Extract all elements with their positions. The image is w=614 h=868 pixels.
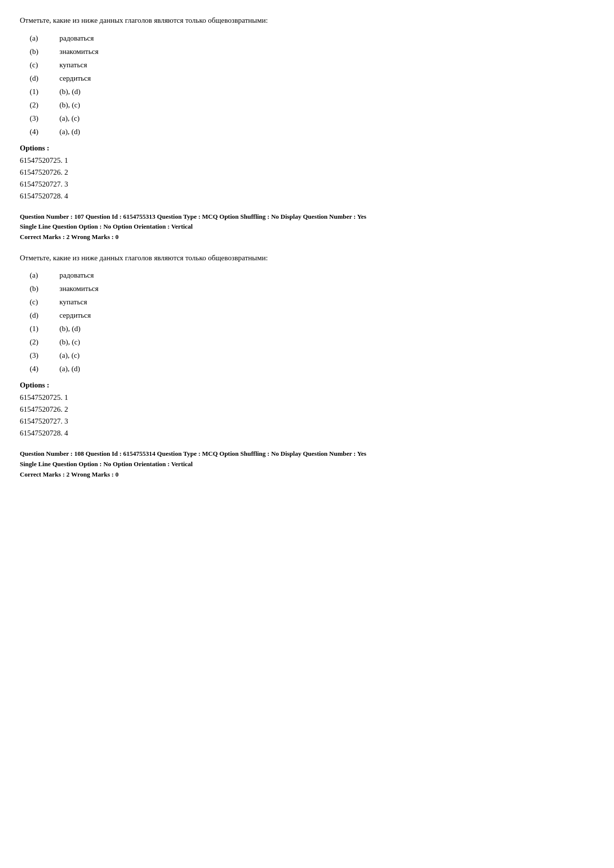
- option-value-107-b: знакомиться: [59, 285, 99, 293]
- options-section-first: Options : 61547520725. 1 61547520726. 2 …: [20, 144, 594, 202]
- option-row-107-d: (d) сердиться: [30, 311, 594, 320]
- option-label-d: (d): [30, 74, 59, 83]
- option-line-1: 61547520725. 1: [20, 154, 594, 166]
- meta-line1-108: Question Number : 108 Question Id : 6154…: [20, 449, 594, 459]
- meta-line3-107: Correct Marks : 2 Wrong Marks : 0: [20, 232, 594, 242]
- option-row-3: (3) (a), (c): [30, 114, 594, 123]
- option-row-b: (b) знакомиться: [30, 48, 594, 56]
- options-section-107: Options : 61547520725. 1 61547520726. 2 …: [20, 381, 594, 439]
- meta-line3-108: Correct Marks : 2 Wrong Marks : 0: [20, 470, 594, 480]
- option-label-107-a: (a): [30, 271, 59, 280]
- option-label-c: (c): [30, 61, 59, 69]
- option-row-107-a: (a) радоваться: [30, 271, 594, 280]
- options-abcd-107: (a) радоваться (b) знакомиться (c) купат…: [30, 271, 594, 373]
- option-label-107-1: (1): [30, 325, 59, 333]
- option-label-1: (1): [30, 88, 59, 96]
- option-line-3: 61547520727. 3: [20, 178, 594, 190]
- option-label-107-b: (b): [30, 285, 59, 293]
- option-value-c: купаться: [59, 61, 87, 69]
- option-value-b: знакомиться: [59, 48, 99, 56]
- options-header-107: Options :: [20, 381, 594, 389]
- option-label-4: (4): [30, 128, 59, 136]
- meta-line2-108: Single Line Question Option : No Option …: [20, 459, 594, 470]
- option-value-107-4: (a), (d): [59, 365, 80, 373]
- option-row-c: (c) купаться: [30, 61, 594, 69]
- meta-line1-107: Question Number : 107 Question Id : 6154…: [20, 212, 594, 222]
- option-line-107-4: 61547520728. 4: [20, 427, 594, 439]
- option-line-2: 61547520726. 2: [20, 166, 594, 178]
- option-label-3: (3): [30, 114, 59, 123]
- option-label-107-c: (c): [30, 298, 59, 306]
- option-label-107-3: (3): [30, 351, 59, 360]
- option-line-107-3: 61547520727. 3: [20, 415, 594, 427]
- option-label-107-4: (4): [30, 365, 59, 373]
- option-line-107-1: 61547520725. 1: [20, 391, 594, 403]
- option-value-2: (b), (c): [59, 101, 80, 109]
- option-value-1: (b), (d): [59, 88, 80, 96]
- option-label-b: (b): [30, 48, 59, 56]
- option-line-107-2: 61547520726. 2: [20, 403, 594, 415]
- meta-line2-107: Single Line Question Option : No Option …: [20, 222, 594, 232]
- option-value-107-d: сердиться: [59, 311, 91, 320]
- question-block-first: Отметьте, какие из ниже данных глаголов …: [20, 15, 594, 202]
- option-row-107-1: (1) (b), (d): [30, 325, 594, 333]
- option-value-107-3: (a), (c): [59, 351, 80, 360]
- option-row-d: (d) сердиться: [30, 74, 594, 83]
- option-value-d: сердиться: [59, 74, 91, 83]
- option-value-107-a: радоваться: [59, 271, 94, 280]
- option-value-3: (a), (c): [59, 114, 80, 123]
- option-row-107-c: (c) купаться: [30, 298, 594, 306]
- option-label-107-2: (2): [30, 338, 59, 346]
- option-line-4: 61547520728. 4: [20, 190, 594, 202]
- option-row-107-2: (2) (b), (c): [30, 338, 594, 346]
- question-block-107: Отметьте, какие из ниже данных глаголов …: [20, 252, 594, 439]
- option-label-107-d: (d): [30, 311, 59, 320]
- question-108-meta: Question Number : 108 Question Id : 6154…: [20, 449, 594, 480]
- option-row-1: (1) (b), (d): [30, 88, 594, 96]
- options-abcd-first: (a) радоваться (b) знакомиться (c) купат…: [30, 34, 594, 136]
- option-row-107-4: (4) (a), (d): [30, 365, 594, 373]
- option-value-a: радоваться: [59, 34, 94, 43]
- option-row-2: (2) (b), (c): [30, 101, 594, 109]
- option-value-107-2: (b), (c): [59, 338, 80, 346]
- option-label-2: (2): [30, 101, 59, 109]
- option-row-107-b: (b) знакомиться: [30, 285, 594, 293]
- option-label-a: (a): [30, 34, 59, 43]
- option-row-a: (a) радоваться: [30, 34, 594, 43]
- question-text-107: Отметьте, какие из ниже данных глаголов …: [20, 252, 594, 264]
- option-value-4: (a), (d): [59, 128, 80, 136]
- option-value-107-1: (b), (d): [59, 325, 80, 333]
- option-value-107-c: купаться: [59, 298, 87, 306]
- question-107-meta: Question Number : 107 Question Id : 6154…: [20, 212, 594, 242]
- options-header-first: Options :: [20, 144, 594, 152]
- option-row-107-3: (3) (a), (c): [30, 351, 594, 360]
- option-row-4: (4) (a), (d): [30, 128, 594, 136]
- question-text-first: Отметьте, какие из ниже данных глаголов …: [20, 15, 594, 26]
